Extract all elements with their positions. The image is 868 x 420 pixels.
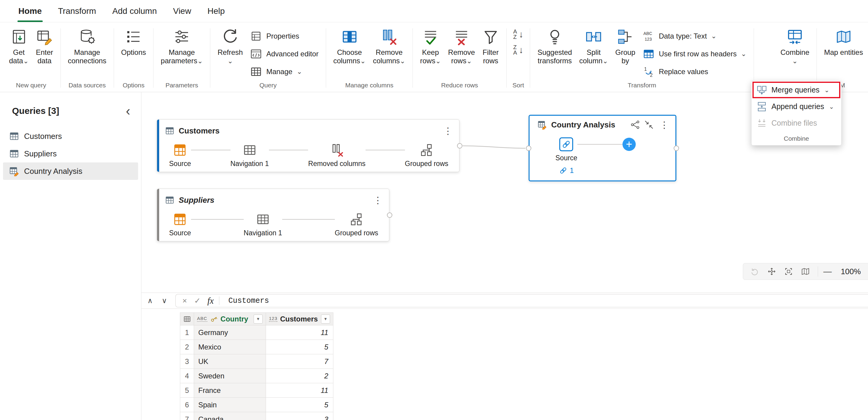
keep-rows-icon <box>422 28 439 45</box>
data-type-button[interactable]: Data type: Text ⌄ <box>639 27 750 45</box>
menu-help[interactable]: Help <box>199 0 233 22</box>
properties-button[interactable]: Properties <box>246 27 322 45</box>
related-queries-icon[interactable] <box>630 120 640 130</box>
reference-count-badge[interactable]: 1 <box>559 166 574 175</box>
menu-transform[interactable]: Transform <box>50 0 104 22</box>
combine-button[interactable]: Combine ⌄ <box>777 26 813 67</box>
enter-data-button[interactable]: Enter data <box>32 26 57 68</box>
menu-home[interactable]: Home <box>10 0 50 22</box>
menu-item-merge-queries[interactable]: Merge queries ⌄ <box>751 82 841 98</box>
more-options-icon[interactable]: ⋮ <box>372 195 384 205</box>
fit-to-view-button[interactable] <box>765 264 779 278</box>
query-box-country-analysis[interactable]: Country Analysis ⋮ Source 1 <box>529 115 676 181</box>
remove-rows-button[interactable]: Remove rows⌄ <box>444 26 478 68</box>
query-item-customers[interactable]: Customers <box>3 128 138 145</box>
collapse-box-icon[interactable] <box>644 120 654 130</box>
filter-dropdown-button[interactable]: ▼ <box>254 314 262 324</box>
column-header-customers[interactable]: 123 Customers ▼ <box>266 313 333 326</box>
choose-columns-button[interactable]: Choose columns⌄ <box>330 26 369 68</box>
country-cell[interactable]: Germany <box>194 326 266 340</box>
group-label-data-sources: Data sources <box>61 80 114 92</box>
country-cell[interactable]: Canada <box>194 412 266 420</box>
step-navigation[interactable]: Navigation 1 <box>230 143 269 168</box>
query-box-customers[interactable]: Customers ⋮ Source Navigation 1 <box>157 119 459 172</box>
manage-connections-button[interactable]: Manage connections <box>64 26 110 68</box>
refresh-button[interactable]: Refresh ⌄ <box>214 26 246 67</box>
zoom-out-button[interactable]: — <box>824 267 832 276</box>
row-number[interactable]: 6 <box>180 398 194 412</box>
add-step-button[interactable]: + <box>622 138 636 151</box>
customers-cell[interactable]: 11 <box>266 326 333 340</box>
previous-step-button[interactable]: ∧ <box>148 297 153 305</box>
collapse-pane-icon[interactable]: ‹ <box>124 106 132 116</box>
replace-values-button[interactable]: Replace values <box>639 63 750 80</box>
row-number[interactable]: 5 <box>180 383 194 398</box>
query-item-country-analysis[interactable]: Country Analysis <box>3 162 138 180</box>
row-number[interactable]: 7 <box>180 412 194 420</box>
connector-port[interactable] <box>674 145 679 151</box>
step-navigation[interactable]: Navigation 1 <box>244 213 282 237</box>
step-grouped-rows[interactable]: Grouped rows <box>405 143 448 168</box>
formula-input[interactable]: Customers <box>222 297 865 305</box>
customers-cell[interactable]: 2 <box>266 369 333 383</box>
step-source-merge[interactable]: Source 1 <box>555 137 577 175</box>
sort-ascending-button[interactable]: AZ ↓ <box>510 28 527 41</box>
menu-item-combine-files[interactable]: Combine files <box>751 115 841 131</box>
menu-view[interactable]: View <box>165 0 199 22</box>
step-connector <box>577 144 622 145</box>
menu-add-column[interactable]: Add column <box>104 0 165 22</box>
country-cell[interactable]: Spain <box>194 398 266 412</box>
row-number[interactable]: 3 <box>180 354 194 369</box>
remove-columns-button[interactable]: Remove columns⌄ <box>369 26 409 68</box>
step-source[interactable]: Source <box>169 143 191 168</box>
row-number[interactable]: 2 <box>180 340 194 354</box>
filter-rows-button[interactable]: Filter rows <box>479 26 503 68</box>
customers-cell[interactable]: 11 <box>266 383 333 398</box>
connector-port[interactable] <box>387 213 392 218</box>
connector-port[interactable] <box>457 143 462 148</box>
suggested-transforms-button[interactable]: Suggested transforms <box>534 26 576 68</box>
step-source[interactable]: Source <box>169 213 191 237</box>
country-cell[interactable]: France <box>194 383 266 398</box>
country-cell[interactable]: Sweden <box>194 369 266 383</box>
full-screen-button[interactable] <box>782 264 796 278</box>
step-removed-columns[interactable]: Removed columns <box>308 143 365 168</box>
customers-cell[interactable]: 5 <box>266 398 333 412</box>
map-entities-button[interactable]: Map entities <box>820 26 867 59</box>
use-first-row-as-headers-button[interactable]: Use first row as headers ⌄ <box>639 45 750 63</box>
customers-cell[interactable]: 3 <box>266 412 333 420</box>
column-header-country[interactable]: ABC Country ▼ <box>194 313 266 326</box>
manage-parameters-button[interactable]: Manage parameters⌄ <box>157 26 207 68</box>
keep-rows-button[interactable]: Keep rows⌄ <box>416 26 444 68</box>
mini-map-button[interactable] <box>799 264 812 278</box>
next-step-button[interactable]: ∨ <box>162 297 167 305</box>
split-column-button[interactable]: Split column⌄ <box>576 26 612 68</box>
country-cell[interactable]: Mexico <box>194 340 266 354</box>
query-box-suppliers[interactable]: Suppliers ⋮ Source Navigation 1 <box>157 189 389 241</box>
filter-dropdown-button[interactable]: ▼ <box>321 314 330 324</box>
menu-item-append-queries[interactable]: Append queries ⌄ <box>751 98 841 115</box>
get-data-button[interactable]: Get data⌄ <box>5 26 32 68</box>
more-options-icon[interactable]: ⋮ <box>442 125 454 136</box>
manage-button[interactable]: Manage ⌄ <box>246 63 322 80</box>
undo-layout-button[interactable] <box>748 264 762 278</box>
group-by-button[interactable]: Group by <box>612 26 639 68</box>
options-button[interactable]: Options <box>118 26 150 59</box>
ribbon-group-options: Options Options <box>114 24 153 92</box>
step-grouped-rows[interactable]: Grouped rows <box>335 213 378 237</box>
connector-port[interactable] <box>526 145 531 151</box>
commit-formula-button[interactable]: ✓ <box>190 296 204 306</box>
sort-descending-button[interactable]: ZA ↓ <box>510 44 527 57</box>
query-table-icon <box>9 148 19 159</box>
row-number[interactable]: 1 <box>180 326 194 340</box>
queries-pane: Queries [3] ‹ Customers Suppliers Countr… <box>0 92 142 420</box>
select-all-corner[interactable] <box>180 313 194 326</box>
row-number[interactable]: 4 <box>180 369 194 383</box>
customers-cell[interactable]: 7 <box>266 354 333 369</box>
country-cell[interactable]: UK <box>194 354 266 369</box>
more-options-icon[interactable]: ⋮ <box>658 120 671 130</box>
customers-cell[interactable]: 5 <box>266 340 333 354</box>
advanced-editor-button[interactable]: Advanced editor <box>246 45 322 63</box>
query-item-suppliers[interactable]: Suppliers <box>3 145 138 162</box>
cancel-formula-button[interactable]: × <box>179 296 190 306</box>
